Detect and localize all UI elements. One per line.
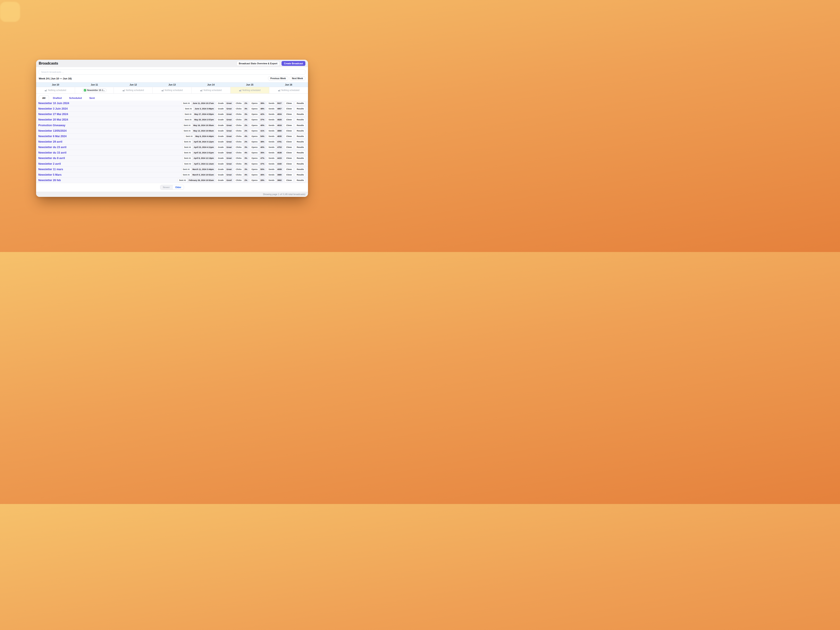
results-button[interactable]: Results (295, 129, 306, 133)
clone-button[interactable]: Clone (284, 162, 294, 166)
results-button[interactable]: Results (295, 167, 306, 171)
clone-button[interactable]: Clone (284, 173, 294, 177)
broadcast-row: Newsletter 3 Juin 2024Sent AtJune 3, 202… (36, 106, 308, 112)
clone-button[interactable]: Clone (284, 140, 294, 144)
clone-button[interactable]: Clone (284, 151, 294, 155)
results-button[interactable]: Results (295, 123, 306, 127)
tab-all[interactable]: All (39, 95, 49, 101)
broadcast-name-link[interactable]: Newsletter 20 Mai 2024 (38, 118, 68, 121)
clone-button[interactable]: Clone (284, 123, 294, 127)
calendar-day-label: Jun 11 (75, 82, 114, 87)
calendar-cell[interactable]: Nothing scheduled (114, 87, 153, 93)
results-button[interactable]: Results (295, 151, 306, 155)
mailbox-icon (45, 89, 47, 92)
broadcast-name-link[interactable]: Newsletter 11 mars (38, 168, 63, 171)
results-button[interactable]: Results (295, 118, 306, 122)
clone-button[interactable]: Clone (284, 118, 294, 122)
clone-button[interactable]: Clone (284, 134, 294, 138)
grade-label: Grade (216, 112, 225, 116)
broadcast-name-link[interactable]: Newsletter 5 Mars (38, 173, 62, 176)
broadcast-name-link[interactable]: Newsletter 3 Juin 2024 (38, 107, 68, 110)
broadcast-name-link[interactable]: Newsletter 27 Mai 2024 (38, 113, 68, 116)
calendar-cell[interactable]: Nothing scheduled (153, 87, 192, 93)
week-nav: Week 24 ( Jun 10 — Jun 16) Previous Week… (36, 76, 308, 82)
nothing-scheduled-label: Nothing scheduled (242, 89, 261, 92)
broadcast-name-link[interactable]: Newsletter du 15 avril (38, 151, 66, 154)
broadcast-name-link[interactable]: Newsletter du 8 avril (38, 156, 65, 160)
sent_at-label: Sent At (183, 145, 192, 149)
opens-label: Opens (250, 123, 259, 127)
sends-value: 4415 (276, 156, 283, 160)
clicks-stat: Clicks4% (234, 173, 249, 177)
calendar-cell[interactable]: ✓Newsletter 10 J... (75, 87, 114, 93)
calendar-cell[interactable]: Nothing scheduled (36, 87, 75, 93)
sent_at-label: Sent At (182, 123, 192, 127)
broadcast-name-link[interactable]: Newsletter du 23 avril (38, 146, 66, 149)
calendar-day-label: Jun 12 (114, 82, 153, 87)
tab-scheduled[interactable]: Scheduled (66, 95, 85, 101)
calendar-cell[interactable]: Nothing scheduled (269, 87, 308, 93)
clone-button[interactable]: Clone (284, 112, 294, 116)
sent_at-stat: Sent AtMay 16, 2024 10:35am (182, 123, 215, 127)
calendar-body-row: Nothing scheduled✓Newsletter 10 J...Noth… (36, 87, 308, 94)
clone-button[interactable]: Clone (284, 156, 294, 160)
broadcast-list: Newsletter 10 Juin 2024Sent AtJune 11, 2… (36, 101, 308, 183)
sent_at-value: March 5, 2024 10:52am (191, 173, 215, 177)
clone-button[interactable]: Clone (284, 167, 294, 171)
broadcast-name-link[interactable]: Newsletter 6 Mai 2024 (38, 135, 66, 138)
tab-sent[interactable]: Sent (86, 95, 98, 101)
clicks-stat: Clicks3% (234, 112, 249, 116)
broadcast-name-link[interactable]: Newsletter 2 avril (38, 162, 61, 165)
create-broadcast-button[interactable]: Create Broadcast (281, 61, 305, 66)
stats-overview-export-button[interactable]: Broadcast Stats Overview & Export (237, 61, 280, 66)
clone-button[interactable]: Clone (284, 178, 294, 182)
clone-button[interactable]: Clone (284, 101, 294, 105)
older-page-button[interactable]: Older (172, 185, 184, 189)
grade-label: Grade (216, 145, 225, 149)
clone-button[interactable]: Clone (284, 107, 294, 111)
results-button[interactable]: Results (295, 173, 306, 177)
results-button[interactable]: Results (295, 107, 306, 111)
tab-drafted[interactable]: Drafted (49, 95, 65, 101)
sends-stat: Sends4890 (267, 129, 283, 133)
opens-stat: Opens40% (250, 123, 266, 127)
grade-label: Grade (216, 162, 225, 166)
results-button[interactable]: Results (295, 145, 306, 149)
sent_at-value: February 26, 2024 10:52am (187, 178, 215, 182)
broadcast-name-link[interactable]: Newsletter 26 feb (38, 179, 61, 182)
sent_at-value: April 15, 2024 2:01pm (192, 151, 215, 155)
results-button[interactable]: Results (295, 134, 306, 138)
previous-week-button[interactable]: Previous Week (268, 76, 288, 81)
opens-stat: Opens39% (250, 101, 266, 105)
scheduled-broadcast-badge[interactable]: ✓Newsletter 10 J... (82, 88, 107, 92)
broadcast-name-link[interactable]: Promotion Giveaway (38, 124, 65, 127)
opens-stat: Opens47% (250, 156, 266, 160)
results-button[interactable]: Results (295, 156, 306, 160)
clicks-value: 3% (243, 162, 248, 166)
next-week-button[interactable]: Next Week (290, 76, 305, 81)
results-button[interactable]: Results (295, 140, 306, 144)
calendar-cell[interactable]: Nothing scheduled (231, 87, 270, 93)
broadcast-name-link[interactable]: Newsletter 10 Juin 2024 (38, 102, 69, 105)
grade-stat: GradeGreat (216, 129, 233, 133)
grade-stat: GradeGreat (216, 118, 233, 122)
opens-label: Opens (250, 112, 259, 116)
sent_at-stat: Sent AtMay 6, 2024 4:44pm (184, 134, 215, 138)
calendar-cell[interactable]: Nothing scheduled (192, 87, 231, 93)
search-input[interactable] (39, 69, 305, 74)
broadcast-name-link[interactable]: Newsletter 29 avril (38, 140, 62, 143)
broadcast-stats: Sent AtApril 15, 2024 2:01pmGradeGreatCl… (182, 151, 306, 155)
broadcast-row: Newsletter du 8 avrilSent AtApril 8, 202… (36, 156, 308, 161)
clicks-value: 4% (243, 151, 248, 155)
clone-button[interactable]: Clone (284, 129, 294, 133)
results-button[interactable]: Results (295, 178, 306, 182)
broadcast-name-link[interactable]: Newsletter 13/05/2024 (38, 129, 66, 133)
clicks-stat: Clicks3% (234, 162, 249, 166)
results-button[interactable]: Results (295, 112, 306, 116)
results-button[interactable]: Results (295, 162, 306, 166)
clone-button[interactable]: Clone (284, 145, 294, 149)
grade-stat: GradeGreat (216, 112, 233, 116)
grade-value: Great (225, 134, 233, 138)
results-button[interactable]: Results (295, 101, 306, 105)
newer-page-button[interactable]: Newer (160, 185, 172, 189)
